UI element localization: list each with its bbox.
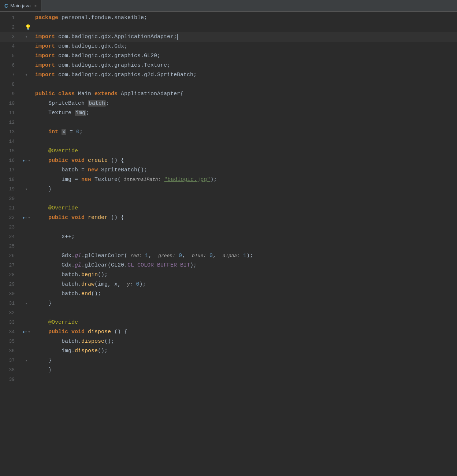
code-content: Gdx.gl.glClearColor( red: 1, green: 0, b… (34, 251, 457, 261)
token: @Override (35, 148, 78, 154)
code-line: 21 @Override (0, 204, 457, 213)
token: dispose (81, 338, 104, 345)
token: SpriteBatch(); (98, 167, 147, 173)
line-number: 21 (0, 204, 19, 213)
fold-close-icon[interactable]: ▾ (25, 356, 28, 365)
code-content: public void create () { (34, 156, 457, 166)
code-line: 20 (0, 194, 457, 204)
token: y: (124, 282, 133, 287)
token: Gdx. (35, 253, 75, 259)
token (55, 91, 58, 97)
main-java-tab[interactable]: C Main.java × (0, 0, 41, 11)
code-content: import com.badlogic.gdx.graphics.g2d.Spr… (34, 70, 457, 80)
line-number: 34 (0, 327, 19, 337)
debug-run-icon[interactable]: ●↑ (22, 327, 27, 337)
line-number: 6 (0, 61, 19, 70)
code-line: 19▾ } (0, 185, 457, 194)
code-line: 26 Gdx.gl.glClearColor( red: 1, green: 0… (0, 251, 457, 261)
token: ); (140, 281, 146, 287)
code-line: 2💡 (0, 23, 457, 32)
code-content: } (34, 185, 457, 194)
token: com.badlogic.gdx.Gdx; (55, 43, 127, 49)
token: dispose (88, 329, 111, 335)
gutter: ▾ (19, 356, 34, 365)
code-content: batch.end(); (34, 289, 457, 299)
close-icon[interactable]: × (34, 4, 37, 8)
code-content: int x = 0; (34, 127, 457, 137)
gutter: ●↑▾ (19, 327, 34, 337)
token: com.badlogic.gdx.graphics.Texture; (55, 62, 170, 68)
token (68, 329, 71, 335)
token: (); (91, 291, 101, 297)
token: ; (79, 129, 83, 135)
token: (img, x, (94, 281, 124, 287)
token: , (213, 253, 223, 259)
token: ); (190, 262, 197, 268)
token: } (35, 357, 52, 364)
token: public (35, 329, 68, 335)
code-content: x++; (34, 232, 457, 242)
editor: 1package personal.fondue.snakeible;2💡3▾i… (0, 12, 457, 384)
token: package (35, 15, 58, 21)
fold-icon[interactable]: ▾ (25, 70, 28, 80)
fold-close-icon[interactable]: ▾ (25, 299, 28, 308)
code-line: 25 (0, 242, 457, 251)
code-line: 4import com.badlogic.gdx.Gdx; (0, 42, 457, 51)
code-content: img = new Texture( internalPath: "badlog… (34, 175, 457, 185)
line-number: 4 (0, 42, 19, 51)
token: end (81, 291, 91, 297)
code-line: 36 img.dispose(); (0, 346, 457, 356)
token: batch. (35, 291, 81, 297)
token: "badlogic.jpg" (164, 176, 210, 183)
line-number: 27 (0, 261, 19, 270)
lightbulb-icon[interactable]: 💡 (25, 23, 31, 32)
line-number: 33 (0, 318, 19, 327)
fold-icon[interactable]: ▾ (28, 156, 30, 166)
line-number: 10 (0, 99, 19, 108)
token: x (62, 129, 66, 135)
fold-icon[interactable]: ▾ (25, 32, 28, 42)
fold-icon[interactable]: ▾ (28, 327, 30, 337)
debug-run-icon[interactable]: ●↑ (22, 213, 27, 223)
debug-run-icon[interactable]: ●↑ (22, 156, 27, 166)
token (58, 129, 62, 135)
token: Texture( (91, 176, 121, 183)
token: img. (35, 348, 75, 354)
code-line: 10 SpriteBatch batch; (0, 99, 457, 108)
code-content: @Override (34, 318, 457, 327)
code-line: 30 batch.end(); (0, 289, 457, 299)
token: batch = (35, 167, 88, 173)
token: blue: (192, 253, 206, 259)
token: 1 (145, 253, 148, 259)
line-number: 29 (0, 280, 19, 289)
token: x++; (35, 234, 75, 240)
code-line: 27 Gdx.gl.glClear(GL20.GL_COLOR_BUFFER_B… (0, 261, 457, 270)
line-number: 39 (0, 375, 19, 384)
line-number: 32 (0, 308, 19, 318)
token: gl (75, 253, 81, 259)
code-content: SpriteBatch batch; (34, 99, 457, 108)
line-number: 31 (0, 299, 19, 308)
code-line: 17 batch = new SpriteBatch(); (0, 166, 457, 175)
code-line: 39 (0, 375, 457, 384)
token: create (88, 157, 108, 164)
code-content: package personal.fondue.snakeible; (34, 13, 457, 23)
token: green: (158, 253, 175, 259)
token: () { (111, 329, 127, 335)
code-line: 9public class Main extends ApplicationAd… (0, 89, 457, 99)
line-number: 18 (0, 175, 19, 185)
token: (); (98, 272, 108, 278)
token (175, 253, 179, 259)
line-number: 12 (0, 118, 19, 127)
code-content: batch = new SpriteBatch(); (34, 166, 457, 175)
token: @Override (35, 205, 78, 211)
line-number: 37 (0, 356, 19, 365)
fold-close-icon[interactable]: ▾ (25, 185, 28, 194)
code-content: img.dispose(); (34, 346, 457, 356)
token: draw (81, 281, 94, 287)
token (142, 253, 145, 259)
token (35, 129, 48, 135)
code-content: batch.begin(); (34, 270, 457, 280)
token: void (71, 329, 85, 335)
fold-icon[interactable]: ▾ (28, 213, 30, 223)
